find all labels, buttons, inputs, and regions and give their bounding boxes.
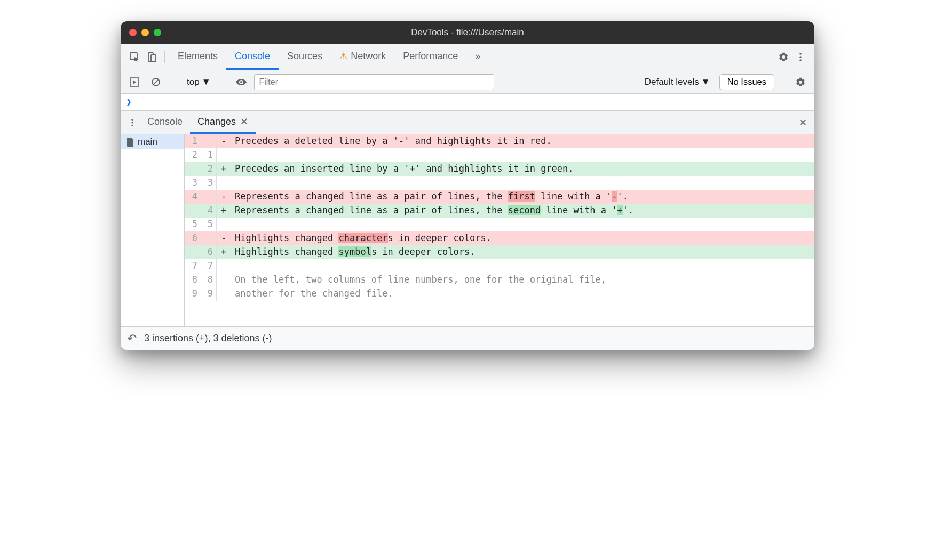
line-number-new: 1 — [201, 148, 217, 162]
tab-sources[interactable]: Sources — [279, 44, 331, 70]
inspect-element-icon[interactable] — [126, 49, 143, 66]
diff-row: 1-Precedes a deleted line by a '-' and h… — [185, 134, 814, 148]
code-text: Highlights changed characters in deeper … — [231, 231, 814, 245]
code-text: Represents a changed line as a pair of l… — [231, 204, 814, 218]
svg-line-8 — [153, 79, 159, 85]
main-tabs-bar: ElementsConsoleSources⚠NetworkPerformanc… — [121, 44, 814, 70]
undo-icon[interactable]: ↶ — [127, 332, 137, 346]
filter-input[interactable] — [254, 74, 494, 90]
tab-elements[interactable]: Elements — [169, 44, 226, 70]
line-number-old: 3 — [185, 176, 201, 190]
diff-row: 4+Represents a changed line as a pair of… — [185, 204, 814, 218]
diff-marker: + — [217, 245, 231, 259]
inserted-text: second — [508, 205, 541, 215]
eye-icon[interactable] — [233, 74, 250, 91]
drawer-tab-label: Console — [147, 116, 183, 127]
diff-marker — [217, 287, 231, 301]
console-toolbar: top ▼ Default levels ▼ No Issues — [121, 70, 814, 94]
close-drawer-icon[interactable]: ✕ — [796, 117, 810, 129]
gear-icon[interactable] — [792, 74, 809, 91]
chevron-down-icon: ▼ — [701, 77, 710, 87]
execute-icon[interactable] — [126, 74, 143, 91]
more-menu-icon[interactable] — [792, 49, 809, 66]
clear-console-icon[interactable] — [147, 74, 164, 91]
tab-network[interactable]: ⚠Network — [331, 44, 394, 70]
line-number-new: 6 — [201, 245, 217, 259]
drawer-tab-changes[interactable]: Changes✕ — [190, 111, 256, 134]
drawer-tab-label: Changes — [197, 116, 236, 127]
inserted-text: + — [617, 205, 622, 215]
file-item-main[interactable]: main — [121, 134, 184, 149]
diff-row: 21 — [185, 148, 814, 162]
drawer-menu-icon[interactable] — [125, 111, 140, 134]
line-number-old: 7 — [185, 259, 201, 273]
file-icon — [126, 137, 134, 147]
gear-icon[interactable] — [775, 49, 792, 66]
deleted-text: character — [338, 233, 387, 243]
svg-point-4 — [799, 56, 802, 58]
diff-row: 2+Precedes an inserted line by a '+' and… — [185, 162, 814, 176]
diff-row: 55 — [185, 218, 814, 231]
line-number-new — [201, 190, 217, 204]
line-number-new: 2 — [201, 162, 217, 176]
chevron-down-icon: ▼ — [202, 77, 211, 87]
code-text: Represents a changed line as a pair of l… — [231, 190, 814, 204]
svg-point-11 — [131, 122, 133, 123]
context-selector[interactable]: top ▼ — [182, 75, 215, 90]
separator — [164, 51, 165, 63]
tab-console[interactable]: Console — [226, 44, 279, 70]
warning-icon: ⚠ — [339, 51, 347, 62]
tab-label: Performance — [403, 51, 458, 62]
tab-performance[interactable]: Performance — [394, 44, 466, 70]
tab-label: Network — [351, 51, 386, 62]
diff-row: 88On the left, two columns of line numbe… — [185, 273, 814, 287]
changes-summary-bar: ↶ 3 insertions (+), 3 deletions (-) — [121, 326, 814, 350]
close-tab-icon[interactable]: ✕ — [240, 116, 248, 127]
tab-label: Elements — [178, 51, 218, 62]
code-text — [231, 176, 814, 190]
line-number-old: 2 — [185, 148, 201, 162]
issues-button[interactable]: No Issues — [719, 74, 774, 90]
diff-marker — [217, 148, 231, 162]
svg-point-10 — [131, 118, 133, 120]
close-window-button[interactable] — [129, 29, 137, 36]
console-prompt[interactable]: ❯ — [121, 94, 814, 111]
code-text: Highlights changed symbols in deeper col… — [231, 245, 814, 259]
diff-marker — [217, 273, 231, 287]
code-text: Precedes a deleted line by a '-' and hig… — [231, 134, 814, 148]
line-number-old: 1 — [185, 134, 201, 148]
more-tabs-button[interactable]: » — [466, 44, 489, 70]
line-number-old: 8 — [185, 273, 201, 287]
window-title: DevTools - file:///Users/main — [411, 27, 524, 38]
line-number-new: 7 — [201, 259, 217, 273]
line-number-new: 5 — [201, 218, 217, 231]
line-number-old — [185, 204, 201, 218]
deleted-text: first — [508, 191, 535, 202]
diff-lines: 1-Precedes a deleted line by a '-' and h… — [185, 134, 814, 326]
maximize-window-button[interactable] — [154, 29, 161, 36]
separator — [224, 76, 224, 89]
code-text — [231, 148, 814, 162]
drawer-tab-console[interactable]: Console — [140, 111, 190, 134]
line-number-new — [201, 134, 217, 148]
diff-marker: + — [217, 204, 231, 218]
minimize-window-button[interactable] — [141, 29, 149, 36]
line-number-new: 4 — [201, 204, 217, 218]
diff-marker: - — [217, 231, 231, 245]
code-text — [231, 218, 814, 231]
deleted-text: - — [612, 191, 617, 202]
device-toggle-icon[interactable] — [143, 49, 160, 66]
diff-row: 4-Represents a changed line as a pair of… — [185, 190, 814, 204]
summary-text: 3 insertions (+), 3 deletions (-) — [144, 333, 272, 344]
line-number-new: 9 — [201, 287, 217, 301]
diff-marker: + — [217, 162, 231, 176]
svg-point-12 — [131, 124, 133, 126]
code-text: On the left, two columns of line numbers… — [231, 273, 814, 287]
diff-marker — [217, 176, 231, 190]
diff-marker: - — [217, 190, 231, 204]
code-text — [231, 259, 814, 273]
log-levels-selector[interactable]: Default levels ▼ — [640, 75, 715, 90]
diff-row: 33 — [185, 176, 814, 190]
tab-label: Console — [235, 51, 270, 62]
changes-panel: main 1-Precedes a deleted line by a '-' … — [121, 134, 814, 326]
